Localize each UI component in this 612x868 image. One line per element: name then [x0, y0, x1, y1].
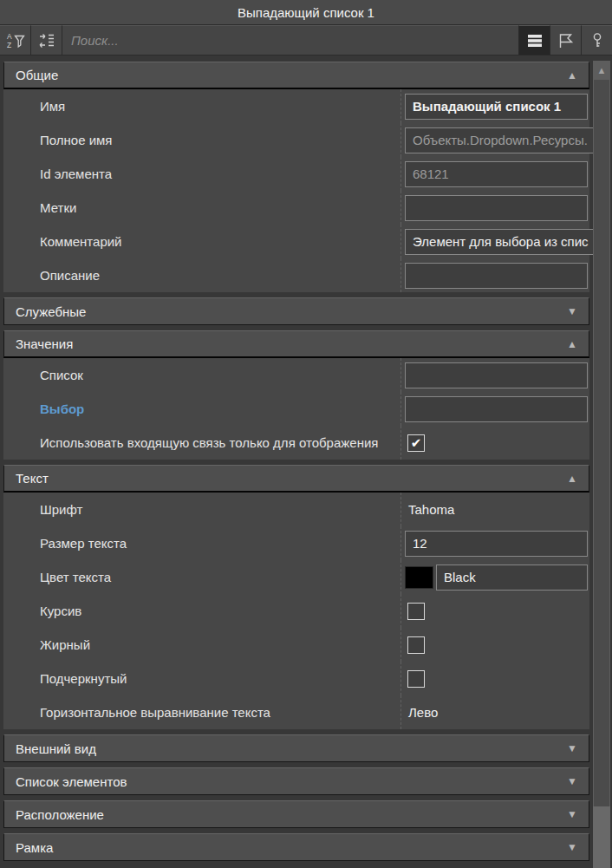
property-row-name: ИмяВыпадающий список 1 [3, 89, 589, 123]
section-element-list: Список элементов▼ [3, 767, 589, 795]
property-value-cell: Лево [400, 695, 589, 729]
property-input-comment[interactable]: Элемент для выбора из спис [405, 229, 596, 255]
section-header-service[interactable]: Служебные▼ [3, 297, 589, 325]
section-label: Значения [16, 336, 73, 351]
list-view-icon [526, 32, 544, 49]
property-label-bold: Жирный [3, 628, 400, 662]
property-label-full-name: Полное имя [3, 123, 400, 157]
property-label-tags: Метки [3, 191, 400, 225]
section-label: Служебные [16, 304, 86, 319]
svg-text:Z: Z [7, 41, 11, 49]
section-service: Служебные▼ [3, 297, 589, 325]
property-row-use-incoming-link-display-only: Использовать входящую связь только для о… [3, 426, 589, 460]
property-row-list: Список [3, 358, 589, 392]
section-label: Текст [16, 471, 49, 486]
property-input-element-id[interactable]: 68121 [405, 161, 588, 187]
property-label-horizontal-text-alignment: Горизонтальное выравнивание текста [3, 695, 400, 729]
section-header-border[interactable]: Рамка▼ [3, 833, 589, 861]
section-body-text: ШрифтTahomaРазмер текста12Цвет текстаBla… [3, 493, 589, 729]
section-layout: Расположение▼ [3, 800, 589, 828]
property-value-cell: 68121 [400, 157, 589, 191]
property-label-text-color: Цвет текста [3, 560, 400, 594]
property-input-full-name[interactable]: Объекты.Dropdown.Ресурсы. [405, 127, 596, 153]
property-label-selection: Выбор [3, 392, 400, 426]
chevron-up-icon: ▲ [567, 339, 577, 349]
chevron-down-icon: ▼ [567, 306, 577, 317]
section-text: Текст▲ШрифтTahomaРазмер текста12Цвет тек… [3, 465, 589, 729]
property-input-name[interactable]: Выпадающий список 1 [405, 94, 588, 120]
section-header-element-list[interactable]: Список элементов▼ [3, 767, 589, 795]
property-label-list: Список [3, 358, 400, 392]
toolbar: A Z [0, 25, 612, 55]
property-label-name: Имя [3, 89, 400, 123]
chevron-down-icon: ▼ [567, 743, 577, 754]
property-row-tags: Метки [3, 191, 589, 225]
property-value-cell: Выпадающий список 1 [400, 89, 589, 123]
triangle-up-icon: ▲ [597, 65, 607, 75]
section-border: Рамка▼ [3, 833, 589, 861]
property-row-selection: Выбор [3, 392, 589, 426]
property-input-selection[interactable] [405, 396, 588, 422]
property-value-cell: Tahoma [400, 493, 589, 526]
checkbox-underline[interactable] [407, 670, 425, 688]
property-label-italic: Курсив [3, 594, 400, 628]
property-row-element-id: Id элемента68121 [3, 157, 589, 191]
color-name-text-color[interactable]: Black [436, 565, 588, 591]
section-header-layout[interactable]: Расположение▼ [3, 800, 589, 828]
panel-title: Выпадающий список 1 [0, 0, 612, 25]
property-label-underline: Подчеркнутый [3, 662, 400, 695]
property-label-element-id: Id элемента [3, 157, 400, 191]
sort-az-button[interactable]: A Z [0, 25, 31, 55]
property-input-tags[interactable] [405, 195, 588, 221]
flag-button[interactable] [550, 25, 581, 55]
search-input[interactable] [71, 33, 510, 48]
property-input-description[interactable] [405, 263, 588, 289]
list-view-button[interactable] [518, 25, 550, 55]
scrollbar[interactable]: ▲ [593, 61, 610, 868]
property-value-cell [400, 191, 589, 225]
section-header-appearance[interactable]: Внешний вид▼ [3, 734, 589, 762]
checkbox-italic[interactable] [407, 603, 425, 620]
property-value-cell: Элемент для выбора из спис [400, 225, 598, 258]
property-value-cell: ✔ [400, 426, 589, 460]
property-label-comment: Комментарий [3, 225, 400, 258]
key-icon [588, 31, 607, 50]
section-header-text[interactable]: Текст▲ [3, 465, 589, 493]
checkbox-use-incoming-link-display-only[interactable]: ✔ [407, 434, 425, 452]
property-row-italic: Курсив [3, 594, 589, 628]
chevron-down-icon: ▼ [567, 809, 577, 819]
property-row-text-color: Цвет текстаBlack [3, 560, 589, 594]
property-row-description: Описание [3, 258, 589, 292]
property-value-font[interactable]: Tahoma [405, 502, 454, 517]
search-box [62, 25, 518, 55]
scrollbar-thumb[interactable] [593, 80, 610, 806]
categorize-icon [37, 31, 56, 50]
property-value-horizontal-text-alignment[interactable]: Лево [405, 705, 438, 720]
property-label-font-size: Размер текста [3, 526, 400, 560]
section-header-values[interactable]: Значения▲ [3, 330, 589, 358]
property-row-comment: КомментарийЭлемент для выбора из спис [3, 225, 589, 258]
section-body-general: ИмяВыпадающий список 1Полное имяОбъекты.… [3, 89, 589, 292]
properties-panel: Общие▲ИмяВыпадающий список 1Полное имяОб… [0, 56, 591, 868]
chevron-up-icon: ▲ [567, 70, 577, 81]
key-button[interactable] [581, 25, 612, 55]
property-row-font: ШрифтTahoma [3, 493, 589, 526]
chevron-up-icon: ▲ [567, 473, 577, 484]
flag-icon [557, 31, 576, 50]
chevron-down-icon: ▼ [567, 842, 577, 852]
property-row-underline: Подчеркнутый [3, 662, 589, 695]
categorize-button[interactable] [31, 25, 62, 55]
property-value-cell [400, 258, 589, 292]
section-label: Список элементов [16, 774, 127, 789]
section-header-general[interactable]: Общие▲ [3, 62, 589, 89]
section-appearance: Внешний вид▼ [3, 734, 589, 762]
scroll-up-button[interactable]: ▲ [593, 61, 610, 80]
property-input-font-size[interactable]: 12 [405, 531, 588, 557]
property-value-cell [400, 392, 589, 426]
sort-az-icon: A Z [6, 31, 25, 50]
property-value-cell [400, 358, 589, 392]
section-label: Рамка [16, 840, 53, 855]
checkbox-bold[interactable] [407, 636, 425, 654]
color-swatch-text-color[interactable] [405, 566, 433, 589]
property-input-list[interactable] [405, 362, 588, 388]
